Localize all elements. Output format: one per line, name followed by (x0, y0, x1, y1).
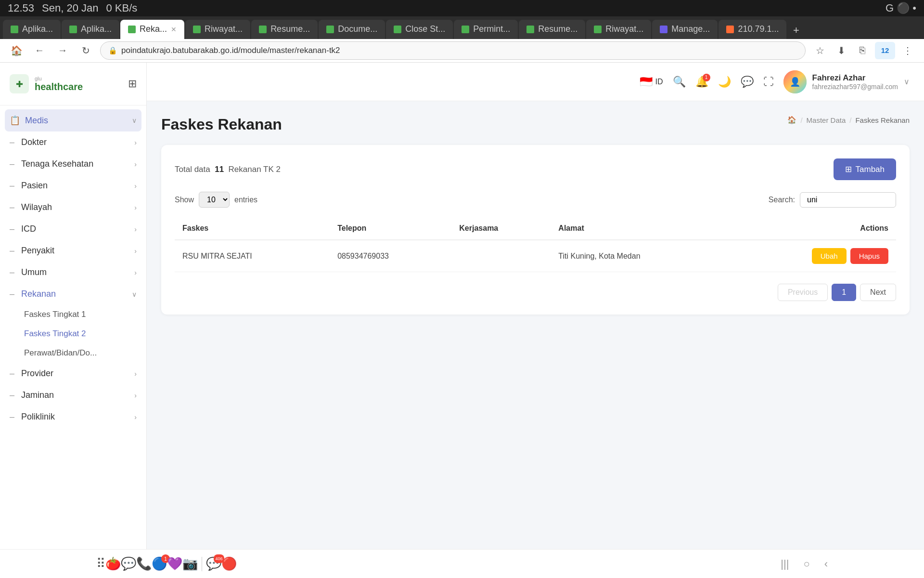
notification-bell[interactable]: 🔔 1 (695, 76, 708, 88)
col-actions: Actions (728, 217, 896, 240)
entries-select[interactable]: 10 25 50 (199, 192, 230, 208)
tab-favicon-1 (11, 26, 18, 33)
browser-nav: 🏠 ← → ↻ 🔒 poindatukrajo.batubarakab.go.i… (0, 39, 924, 63)
pagination: Previous 1 Next (175, 284, 896, 301)
bottom-tomato-icon[interactable]: 🍅 (105, 556, 121, 571)
sidebar-item-rekanan[interactable]: – Rekanan ∨ (0, 283, 146, 305)
menu-button[interactable]: ⋮ (899, 42, 916, 59)
bottom-camera-icon[interactable]: 📷 (182, 556, 198, 571)
time-display: 12.53 (8, 2, 34, 14)
grid-menu-button[interactable]: ⊞ (128, 78, 137, 90)
tab-favicon-4 (193, 26, 201, 33)
tab-5[interactable]: Resume... (251, 20, 318, 39)
new-tab-button[interactable]: + (787, 22, 805, 39)
bottom-home-circle[interactable]: ○ (803, 558, 809, 570)
bottom-whatsapp-icon[interactable]: 💬 406 (206, 556, 221, 571)
add-button[interactable]: ⊞ Tambah (834, 158, 896, 180)
messages-button[interactable]: 💬 (741, 76, 754, 88)
tab-favicon-7 (394, 26, 401, 33)
tab-12[interactable]: 210.79.1... (719, 20, 786, 39)
sidebar-item-tenaga-kesehatan[interactable]: – Tenaga Kesehatan › (0, 153, 146, 175)
col-telepon: Telepon (330, 217, 451, 240)
col-kerjasama: Kerjasama (451, 217, 551, 240)
logo-icon: ✚ (10, 74, 29, 93)
search-box: Search: (769, 192, 896, 208)
sidebar-item-pasien[interactable]: – Pasien › (0, 175, 146, 197)
bookmark-button[interactable]: ☆ (811, 42, 829, 59)
home-button[interactable]: 🏠 (8, 42, 25, 59)
tab-10[interactable]: Riwayat... (586, 20, 651, 39)
sidebar-item-faskes-tk2[interactable]: Faskes Tingkat 2 (14, 324, 146, 343)
breadcrumb-master-data[interactable]: Master Data (807, 116, 846, 124)
table-controls: Show 10 25 50 entries Search: (175, 192, 896, 208)
tab-1[interactable]: Aplika... (3, 20, 61, 39)
sidebar-item-poliklinik[interactable]: – Poliklinik › (0, 406, 146, 428)
sidebar-item-penyakit[interactable]: – Penyakit › (0, 240, 146, 262)
tab-3-rekanan[interactable]: Reka... ✕ (120, 20, 184, 39)
url-text: poindatukrajo.batubarakab.go.id/module/m… (121, 46, 340, 55)
tab-2[interactable]: Aplika... (62, 20, 119, 39)
user-profile[interactable]: 👤 Fahrezi Azhar fahreziazhar597@gmail.co… (783, 70, 910, 93)
dark-mode-toggle[interactable]: 🌙 (718, 76, 731, 88)
bottom-apps-icon[interactable]: ⠿ (96, 556, 105, 571)
table-header: Faskes Telepon Kerjasama Alamat Actions (175, 217, 896, 240)
wilayah-chevron: › (134, 204, 137, 211)
sidebar-item-wilayah[interactable]: – Wilayah › (0, 197, 146, 218)
search-input[interactable] (800, 192, 896, 208)
page-title: Faskes Rekanan (161, 116, 282, 133)
rekanan-submenu: Faskes Tingkat 1 Faskes Tingkat 2 Perawa… (0, 305, 146, 363)
fullscreen-button[interactable]: ⛶ (763, 76, 774, 88)
add-icon: ⊞ (845, 164, 852, 174)
forward-button[interactable]: → (54, 42, 71, 59)
tenaga-chevron: › (134, 160, 137, 168)
bottom-nav-lines[interactable]: ||| (781, 558, 789, 570)
divider (202, 557, 202, 571)
search-button[interactable]: 🔍 (673, 76, 686, 88)
tab-7[interactable]: Close St... (386, 20, 453, 39)
icd-chevron: › (134, 225, 137, 233)
tab-8[interactable]: Permint... (454, 20, 518, 39)
sidebar-item-provider[interactable]: – Provider › (0, 363, 146, 384)
sidebar-item-jaminan[interactable]: – Jaminan › (0, 384, 146, 406)
sidebar-item-medis[interactable]: 📋 Medis ∨ (5, 109, 141, 131)
tab-close-3[interactable]: ✕ (171, 26, 177, 33)
sidebar-item-umum[interactable]: – Umum › (0, 262, 146, 283)
sidebar-menu: 📋 Medis ∨ – Dokter › – Tenaga Kesehatan … (0, 105, 146, 549)
bottom-purple-icon[interactable]: 💜 (167, 556, 182, 571)
refresh-button[interactable]: ↻ (77, 42, 94, 59)
bottom-phone-icon[interactable]: 📞 (136, 556, 152, 571)
total-info: Total data 11 Rekanan TK 2 (175, 165, 281, 174)
tab-6[interactable]: Docume... (319, 20, 385, 39)
page-1-button[interactable]: 1 (832, 284, 856, 301)
sidebar-item-perawat[interactable]: Perawat/Bidan/Do... (14, 343, 146, 363)
tab-9[interactable]: Resume... (519, 20, 585, 39)
download-button[interactable]: ⬇ (833, 42, 850, 59)
bottom-blue-icon[interactable]: 🔵 1 (152, 556, 167, 571)
tab-11[interactable]: Manage... (652, 20, 718, 39)
next-button[interactable]: Next (860, 284, 896, 301)
delete-button[interactable]: Hapus (850, 248, 888, 264)
cell-kerjasama (451, 240, 551, 272)
sidebar-item-faskes-tk1[interactable]: Faskes Tingkat 1 (14, 305, 146, 324)
sidebar-item-dokter[interactable]: – Dokter › (0, 131, 146, 153)
share-button[interactable]: ⎘ (854, 42, 871, 59)
svg-text:✚: ✚ (16, 79, 23, 89)
sidebar-item-icd[interactable]: – ICD › (0, 218, 146, 240)
tab-favicon-5 (259, 26, 267, 33)
main-content: 🇮🇩 ID 🔍 🔔 1 🌙 💬 ⛶ (147, 63, 924, 549)
status-bar: 12.53 Sen, 20 Jan 0 KB/s G ⚫ • (0, 0, 924, 16)
tab-4[interactable]: Riwayat... (185, 20, 250, 39)
edit-button[interactable]: Ubah (812, 248, 847, 264)
language-selector[interactable]: 🇮🇩 ID (640, 76, 663, 88)
breadcrumb-home-icon[interactable]: 🏠 (787, 116, 796, 124)
bottom-wps-icon[interactable]: 🔴 (221, 556, 237, 571)
bottom-back-arrow[interactable]: ‹ (824, 558, 828, 570)
bottom-chat-icon[interactable]: 💬 (121, 556, 136, 571)
umum-label: Umum (21, 267, 47, 277)
back-button[interactable]: ← (31, 42, 48, 59)
jaminan-label: Jaminan (21, 390, 54, 400)
previous-button[interactable]: Previous (778, 284, 828, 301)
cell-alamat: Titi Kuning, Kota Medan (551, 240, 728, 272)
address-bar[interactable]: 🔒 poindatukrajo.batubarakab.go.id/module… (100, 41, 806, 60)
tab-count-button[interactable]: 12 (875, 42, 895, 59)
